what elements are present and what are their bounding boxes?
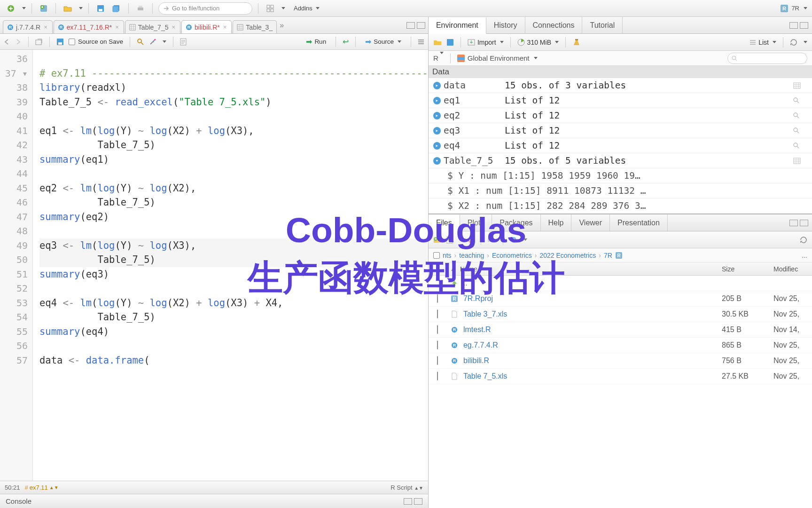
checkbox-icon[interactable]: [437, 294, 438, 303]
chevron-down-icon[interactable]: [163, 40, 166, 43]
env-item[interactable]: ▸eq2List of 12: [429, 108, 812, 123]
file-row[interactable]: ..: [429, 276, 812, 291]
file-row[interactable]: Table 7_5.xls27.5 KBNov 25,: [429, 369, 812, 384]
search-icon[interactable]: [793, 97, 812, 104]
grid-view-button[interactable]: [264, 2, 276, 15]
save-file-button[interactable]: [56, 38, 64, 46]
chevron-down-icon[interactable]: [281, 7, 285, 9]
table-icon[interactable]: [793, 82, 812, 89]
files-tab-viewer[interactable]: Viewer: [571, 214, 610, 231]
env-search-input[interactable]: [727, 53, 807, 64]
tab-overflow-icon[interactable]: »: [278, 21, 286, 30]
checkbox-icon[interactable]: [437, 265, 438, 273]
files-tab-help[interactable]: Help: [541, 214, 572, 231]
open-file-button[interactable]: [62, 2, 74, 15]
memory-usage[interactable]: 310 MiB: [517, 39, 559, 46]
files-tab-packages[interactable]: Packages: [492, 214, 540, 231]
close-icon[interactable]: ×: [222, 24, 228, 31]
env-tab-environment[interactable]: Environment: [429, 17, 486, 34]
scope-menu[interactable]: Global Environment: [457, 54, 538, 62]
file-type-menu[interactable]: R Script ▲▼: [390, 484, 423, 491]
maximize-icon[interactable]: [800, 22, 808, 29]
checkbox-icon[interactable]: [437, 372, 438, 381]
run-button[interactable]: ➡Run: [303, 36, 329, 47]
checkbox-icon[interactable]: [437, 325, 438, 334]
rerun-button[interactable]: ↩: [343, 37, 349, 46]
editor-tab[interactable]: Table_3_: [233, 20, 277, 33]
file-row[interactable]: Rbilibili.R756 BNov 25,: [429, 353, 812, 369]
save-button[interactable]: [94, 2, 107, 15]
chevron-down-icon[interactable]: [523, 238, 527, 241]
search-icon[interactable]: [793, 143, 812, 149]
delete-button[interactable]: [468, 237, 474, 243]
minimize-icon[interactable]: [789, 220, 798, 226]
minimize-icon[interactable]: [406, 22, 415, 29]
nav-back-button[interactable]: [4, 39, 10, 45]
view-mode-menu[interactable]: List: [750, 39, 776, 46]
maximize-icon[interactable]: [800, 220, 808, 226]
section-nav[interactable]: # ex7.11 ▲▼: [25, 484, 59, 491]
sort-name[interactable]: Name: [460, 265, 477, 273]
minimize-icon[interactable]: [404, 498, 412, 505]
editor-tab[interactable]: Rj.7.7.4.R×: [3, 20, 53, 33]
rename-button[interactable]: [488, 237, 496, 243]
report-button[interactable]: [180, 38, 187, 46]
editor-tab[interactable]: Rex7.11_7.16.R*×: [54, 20, 124, 33]
breadcrumb-item[interactable]: nts: [443, 252, 452, 259]
expand-icon[interactable]: ▸: [433, 97, 441, 104]
file-row[interactable]: Reg.7.7.4.R865 BNov 25,: [429, 338, 812, 353]
project-menu[interactable]: R 7R: [780, 4, 807, 13]
file-row[interactable]: R7R.Rproj205 BNov 25,: [429, 291, 812, 307]
checkbox-icon[interactable]: [437, 310, 438, 318]
clear-workspace-button[interactable]: [572, 39, 581, 46]
new-file-button[interactable]: [446, 236, 453, 244]
breadcrumb-item[interactable]: 2022 Econometrics: [539, 252, 596, 259]
load-workspace-button[interactable]: [433, 39, 442, 46]
env-item[interactable]: ▸eq1List of 12: [429, 93, 812, 108]
close-icon[interactable]: ×: [114, 24, 120, 31]
expand-icon[interactable]: ▸: [433, 112, 441, 119]
chevron-down-icon[interactable]: [459, 238, 463, 241]
file-row[interactable]: Table 3_7.xls30.5 KBNov 25,: [429, 307, 812, 322]
checkbox-icon[interactable]: [437, 341, 438, 349]
more-icon[interactable]: ...: [802, 252, 807, 259]
addins-menu[interactable]: Addins: [294, 5, 320, 12]
breadcrumb-item[interactable]: teaching: [459, 252, 484, 259]
source-on-save-toggle[interactable]: Source on Save: [69, 38, 123, 45]
files-tab-presentation[interactable]: Presentation: [610, 214, 668, 231]
refresh-button[interactable]: [790, 39, 797, 46]
save-all-button[interactable]: [110, 2, 123, 15]
env-item[interactable]: ▸eq3List of 12: [429, 123, 812, 138]
chevron-down-icon[interactable]: [22, 7, 26, 9]
import-dataset-button[interactable]: Import: [468, 39, 504, 46]
editor-tab[interactable]: Table_7_5×: [125, 20, 180, 33]
checkbox-icon[interactable]: [433, 252, 440, 259]
maximize-icon[interactable]: [414, 498, 422, 505]
table-icon[interactable]: [793, 158, 812, 164]
show-in-new-window-button[interactable]: [35, 39, 43, 45]
file-row[interactable]: Rlmtest.R415 BNov 14,: [429, 322, 812, 338]
save-workspace-button[interactable]: [446, 39, 454, 46]
expand-icon[interactable]: ▸: [433, 142, 441, 150]
print-button[interactable]: [134, 2, 147, 15]
col-size[interactable]: Size: [718, 265, 770, 273]
new-folder-button[interactable]: [433, 237, 442, 243]
breadcrumb-item[interactable]: 7R: [604, 252, 612, 259]
code-editor[interactable]: 3637 ▾3839404142434445464748495051525354…: [0, 50, 428, 481]
expand-icon[interactable]: ▸: [433, 82, 441, 89]
env-tab-connections[interactable]: Connections: [525, 17, 583, 33]
chevron-down-icon[interactable]: [804, 41, 807, 43]
refresh-files-button[interactable]: [800, 236, 807, 244]
minimize-icon[interactable]: [789, 22, 798, 29]
env-item[interactable]: ▾Table_7_515 obs. of 5 variables: [429, 153, 812, 168]
search-icon[interactable]: [793, 127, 812, 134]
goto-file-input[interactable]: Go to file/function: [158, 2, 252, 15]
find-button[interactable]: [137, 38, 144, 46]
env-item[interactable]: ▸data15 obs. of 3 variables: [429, 78, 812, 93]
close-icon[interactable]: ×: [171, 24, 176, 31]
files-tab-files[interactable]: Files: [429, 215, 460, 231]
close-icon[interactable]: ×: [43, 24, 48, 31]
env-tab-history[interactable]: History: [486, 17, 525, 33]
new-project-button[interactable]: [38, 2, 50, 15]
search-icon[interactable]: [793, 112, 812, 119]
